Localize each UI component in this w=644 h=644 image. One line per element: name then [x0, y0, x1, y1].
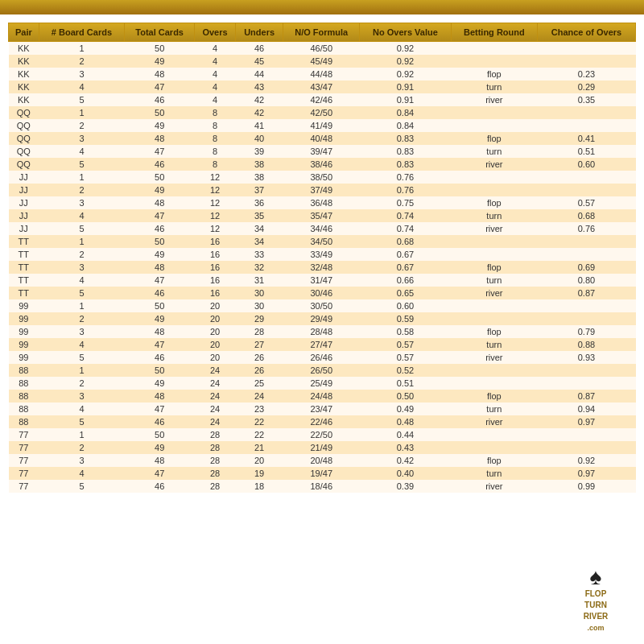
table-cell: 26/46 — [283, 351, 360, 364]
table-cell: 39/47 — [283, 145, 360, 158]
table-cell: 0.93 — [537, 351, 635, 364]
table-cell: TT — [9, 274, 39, 287]
table-cell: 46 — [125, 158, 195, 171]
table-cell: JJ — [9, 171, 39, 184]
table-row: 77348282020/480.42flop0.92 — [9, 454, 636, 467]
table-cell: 46 — [125, 93, 195, 106]
table-cell: 34 — [235, 235, 283, 248]
table-cell: 0.29 — [537, 80, 635, 93]
table-cell: 50 — [125, 428, 195, 441]
col-betting-round: Betting Round — [451, 23, 537, 42]
table-row: JJ249123737/490.76 — [9, 184, 636, 196]
col-overs: Overs — [195, 23, 236, 42]
table-cell: 24 — [195, 390, 236, 402]
table-cell: 25/49 — [283, 377, 360, 390]
table-row: QQ24984141/490.84 — [9, 119, 636, 132]
col-no-formula: N/O Formula — [283, 23, 360, 42]
table-cell: 30 — [235, 287, 283, 299]
table-cell: 36 — [235, 196, 283, 209]
table-cell — [451, 441, 537, 454]
table-cell: 0.69 — [537, 261, 635, 274]
table-cell: 27/47 — [283, 338, 360, 351]
table-cell: 1 — [39, 428, 125, 441]
table-cell: 0.92 — [360, 42, 452, 56]
table-row: 88150242626/500.52 — [9, 364, 636, 377]
table-cell: 47 — [125, 145, 195, 158]
table-cell: 5 — [39, 222, 125, 235]
table-cell: 47 — [125, 209, 195, 222]
table-cell: flop — [451, 132, 537, 145]
logo-text: FLOP TURN RIVER .com — [584, 588, 609, 634]
table-row: KK44744343/470.91turn0.29 — [9, 80, 636, 93]
table-cell — [451, 184, 537, 196]
table-row: 77546281818/460.39river0.99 — [9, 480, 636, 493]
table-cell: 0.80 — [537, 274, 635, 287]
table-cell: 0.76 — [360, 184, 452, 196]
table-cell: 0.92 — [360, 68, 452, 80]
table-cell: turn — [451, 80, 537, 93]
table-cell: 99 — [9, 312, 39, 325]
table-cell: 28 — [235, 325, 283, 338]
table-cell: 28 — [195, 441, 236, 454]
table-cell: 0.51 — [360, 377, 452, 390]
table-cell: 0.91 — [360, 93, 452, 106]
table-cell: JJ — [9, 196, 39, 209]
table-cell: KK — [9, 68, 39, 80]
table-cell: 12 — [195, 209, 236, 222]
table-cell: 16 — [195, 287, 236, 299]
table-cell: 50 — [125, 42, 195, 56]
table-cell: 47 — [125, 467, 195, 480]
table-cell: 24 — [195, 415, 236, 428]
table-cell: 99 — [9, 325, 39, 338]
table-cell: 0.39 — [360, 480, 452, 493]
table-cell: 2 — [39, 377, 125, 390]
table-cell: 0.52 — [360, 364, 452, 377]
table-row: KK15044646/500.92 — [9, 42, 636, 56]
table-row: 99546202626/460.57river0.93 — [9, 351, 636, 364]
table-cell: 49 — [125, 119, 195, 132]
table-cell — [451, 364, 537, 377]
table-cell: turn — [451, 145, 537, 158]
table-cell: 25 — [235, 377, 283, 390]
table-cell: 0.92 — [360, 55, 452, 68]
table-cell: 45 — [235, 55, 283, 68]
table-cell: 0.76 — [537, 222, 635, 235]
table-cell: 24/48 — [283, 390, 360, 402]
table-cell: 3 — [39, 68, 125, 80]
table-cell — [537, 119, 635, 132]
table-cell: 20 — [195, 299, 236, 312]
table-cell: JJ — [9, 209, 39, 222]
table-cell: 37/49 — [283, 184, 360, 196]
logo-area: ♠ FLOP TURN RIVER .com — [564, 572, 628, 628]
table-row: 99447202727/470.57turn0.88 — [9, 338, 636, 351]
table-cell: 0.57 — [360, 351, 452, 364]
table-cell: 3 — [39, 196, 125, 209]
table-cell: 30/46 — [283, 287, 360, 299]
table-cell: 12 — [195, 184, 236, 196]
table-row: 88249242525/490.51 — [9, 377, 636, 390]
top-bar — [0, 0, 644, 14]
table-cell: 32/48 — [283, 261, 360, 274]
table-cell: 29 — [235, 312, 283, 325]
table-cell: 34/46 — [283, 222, 360, 235]
table-cell: 0.94 — [537, 402, 635, 415]
table-cell: 48 — [125, 132, 195, 145]
table-cell: 8 — [195, 119, 236, 132]
table-cell: 19/47 — [283, 467, 360, 480]
table-cell: 0.60 — [360, 299, 452, 312]
table-row: QQ54683838/460.83river0.60 — [9, 158, 636, 171]
table-cell: 22/50 — [283, 428, 360, 441]
table-cell: 49 — [125, 55, 195, 68]
table-cell: 0.74 — [360, 222, 452, 235]
table-row: 77249282121/490.43 — [9, 441, 636, 454]
table-cell: TT — [9, 248, 39, 261]
table-cell: 0.92 — [537, 454, 635, 467]
table-cell: 23 — [235, 402, 283, 415]
table-cell: 33/49 — [283, 248, 360, 261]
table-cell: 30/50 — [283, 299, 360, 312]
table-cell: 47 — [125, 80, 195, 93]
table-row: 77447281919/470.40turn0.97 — [9, 467, 636, 480]
table-cell: 5 — [39, 415, 125, 428]
table-cell — [451, 171, 537, 184]
table-cell: QQ — [9, 132, 39, 145]
